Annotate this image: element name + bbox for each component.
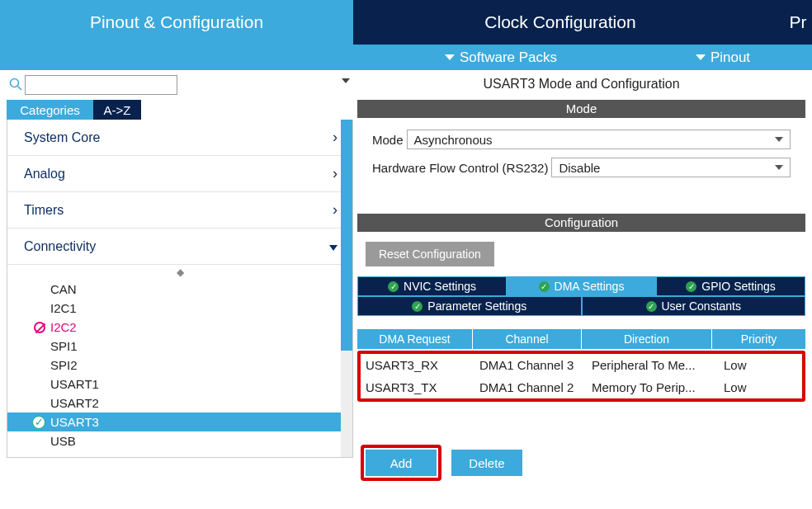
cell-direction: Memory To Perip... bbox=[587, 376, 719, 398]
section-analog[interactable]: Analog › bbox=[7, 156, 352, 192]
th-direction[interactable]: Direction bbox=[582, 329, 712, 349]
tab-user-constants[interactable]: ✓User Constants bbox=[582, 296, 806, 316]
conn-item-i2c1[interactable]: I2C1 bbox=[7, 299, 352, 318]
chevron-right-icon: › bbox=[333, 201, 338, 219]
cell-request: USART3_TX bbox=[361, 376, 474, 398]
tab-project[interactable]: Pr bbox=[767, 0, 812, 45]
cell-priority: Low bbox=[719, 376, 802, 398]
tab-nvic-settings[interactable]: ✓NVIC Settings bbox=[357, 276, 507, 296]
cell-channel: DMA1 Channel 2 bbox=[474, 376, 587, 398]
hwflow-value: Disable bbox=[559, 161, 600, 175]
tab-clock-config[interactable]: Clock Configuration bbox=[353, 0, 767, 45]
top-tabs: Pinout & Configuration Clock Configurati… bbox=[0, 0, 812, 45]
cell-request: USART3_RX bbox=[361, 354, 474, 376]
chevron-down-icon bbox=[696, 54, 706, 60]
add-button[interactable]: Add bbox=[366, 450, 437, 476]
tab-az[interactable]: A->Z bbox=[93, 100, 141, 120]
right-panel: USART3 Mode and Configuration Mode Mode … bbox=[357, 73, 805, 481]
conn-item-usb[interactable]: USB bbox=[7, 431, 352, 450]
pinout-label: Pinout bbox=[710, 49, 750, 66]
dropdown-software-packs[interactable]: Software Packs bbox=[353, 49, 649, 66]
scrollbar-thumb[interactable] bbox=[341, 120, 352, 351]
chevron-down-icon bbox=[329, 239, 338, 254]
conn-item-can[interactable]: CAN bbox=[7, 280, 352, 299]
tab-parameter-settings[interactable]: ✓Parameter Settings bbox=[357, 296, 582, 316]
search-input[interactable] bbox=[25, 75, 177, 95]
conn-item-usart3[interactable]: ✓USART3 bbox=[7, 412, 352, 431]
check-icon: ✓ bbox=[388, 281, 399, 292]
cell-priority: Low bbox=[719, 354, 802, 376]
tab-gpio-settings[interactable]: ✓GPIO Settings bbox=[656, 276, 805, 296]
dma-table-body: USART3_RX DMA1 Channel 3 Peripheral To M… bbox=[361, 354, 802, 398]
mode-select[interactable]: Asynchronous bbox=[407, 130, 791, 149]
chevron-down-icon bbox=[775, 165, 783, 170]
section-timers[interactable]: Timers › bbox=[7, 192, 352, 229]
category-tabs: Categories A->Z bbox=[7, 100, 353, 120]
check-icon: ✓ bbox=[646, 301, 657, 312]
cell-direction: Peripheral To Me... bbox=[587, 354, 719, 376]
mode-body: Mode Asynchronous Hardware Flow Control … bbox=[357, 118, 805, 197]
connectivity-items: ◆ CAN I2C1 I2C2 SPI1 SPI2 USART1 USART2 … bbox=[7, 265, 352, 457]
conn-item-usart2[interactable]: USART2 bbox=[7, 394, 352, 412]
conn-item-spi2[interactable]: SPI2 bbox=[7, 356, 352, 375]
th-dma-request[interactable]: DMA Request bbox=[357, 329, 473, 349]
sub-bar: Software Packs Pinout bbox=[0, 45, 812, 70]
svg-line-1 bbox=[18, 86, 22, 90]
hwflow-select[interactable]: Disable bbox=[551, 158, 791, 177]
search-icon[interactable] bbox=[7, 76, 25, 95]
svg-point-0 bbox=[11, 78, 19, 87]
software-packs-label: Software Packs bbox=[460, 49, 557, 66]
delete-button[interactable]: Delete bbox=[451, 450, 522, 476]
conn-item-i2c2[interactable]: I2C2 bbox=[7, 318, 352, 337]
chevron-down-icon[interactable] bbox=[342, 78, 350, 83]
cell-channel: DMA1 Channel 3 bbox=[474, 354, 587, 376]
mode-label: Mode bbox=[372, 133, 404, 147]
chevron-down-icon bbox=[445, 54, 455, 60]
dma-row[interactable]: USART3_RX DMA1 Channel 3 Peripheral To M… bbox=[361, 354, 802, 376]
dma-row[interactable]: USART3_TX DMA1 Channel 2 Memory To Perip… bbox=[361, 376, 802, 398]
left-panel: Categories A->Z System Core › Analog › T… bbox=[7, 73, 353, 458]
chevron-down-icon bbox=[775, 137, 783, 142]
section-label: Connectivity bbox=[24, 239, 96, 254]
tab-categories[interactable]: Categories bbox=[7, 100, 93, 120]
drag-handle-icon[interactable]: ◆ bbox=[7, 266, 352, 280]
tab-dma-settings[interactable]: ✓DMA Settings bbox=[507, 276, 656, 296]
category-body: System Core › Analog › Timers › Connecti… bbox=[7, 120, 353, 458]
search-row bbox=[7, 73, 353, 97]
conn-item-spi1[interactable]: SPI1 bbox=[7, 337, 352, 356]
dma-table-header: DMA Request Channel Direction Priority bbox=[357, 329, 805, 349]
ban-icon bbox=[34, 322, 45, 333]
dropdown-pinout[interactable]: Pinout bbox=[649, 49, 797, 66]
check-icon: ✓ bbox=[686, 281, 696, 292]
section-label: Timers bbox=[24, 203, 64, 218]
check-icon: ✓ bbox=[32, 416, 45, 429]
section-system-core[interactable]: System Core › bbox=[7, 120, 352, 156]
conn-item-usart1[interactable]: USART1 bbox=[7, 375, 352, 394]
reset-config-button[interactable]: Reset Configuration bbox=[366, 242, 494, 266]
scrollbar[interactable] bbox=[341, 120, 352, 457]
check-icon: ✓ bbox=[539, 281, 550, 292]
th-channel[interactable]: Channel bbox=[473, 329, 582, 349]
hwflow-label: Hardware Flow Control (RS232) bbox=[372, 161, 548, 175]
mode-value: Asynchronous bbox=[414, 133, 493, 147]
section-label: System Core bbox=[24, 130, 100, 145]
mode-header: Mode bbox=[357, 100, 805, 118]
chevron-right-icon: › bbox=[333, 129, 338, 146]
tab-pinout-config[interactable]: Pinout & Configuration bbox=[0, 0, 353, 45]
config-header: Configuration bbox=[357, 214, 805, 232]
chevron-right-icon: › bbox=[333, 165, 338, 182]
add-highlight-box: Add bbox=[361, 445, 441, 481]
dma-button-row: Add Delete bbox=[357, 445, 805, 481]
peripheral-title: USART3 Mode and Configuration bbox=[357, 73, 805, 100]
check-icon: ✓ bbox=[412, 301, 423, 312]
section-label: Analog bbox=[24, 167, 65, 181]
section-connectivity[interactable]: Connectivity bbox=[7, 229, 352, 265]
dma-highlight-box: USART3_RX DMA1 Channel 3 Peripheral To M… bbox=[357, 351, 805, 402]
config-tabs: ✓NVIC Settings ✓DMA Settings ✓GPIO Setti… bbox=[357, 276, 805, 316]
th-priority[interactable]: Priority bbox=[712, 329, 805, 349]
